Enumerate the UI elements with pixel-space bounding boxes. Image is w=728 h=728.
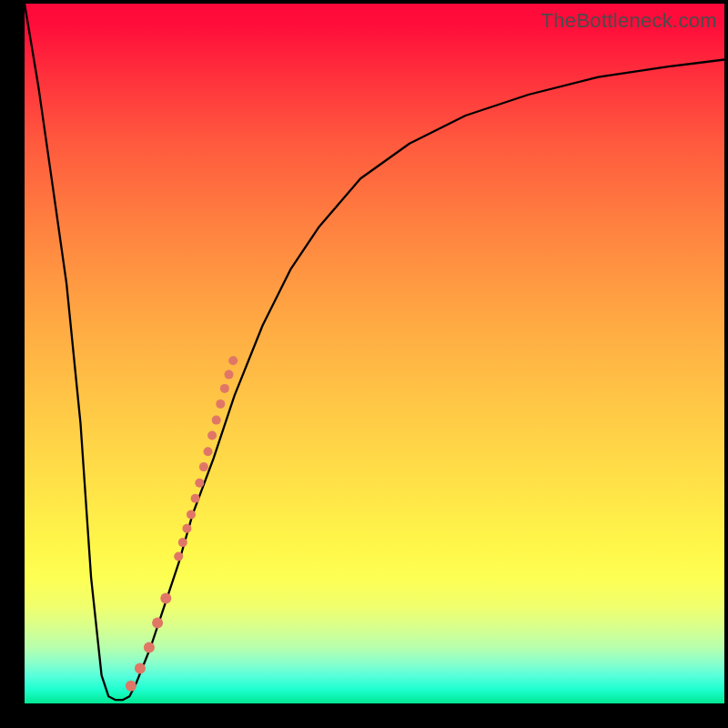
svg-point-1 [178, 538, 187, 547]
data-markers [126, 356, 238, 692]
svg-point-0 [174, 552, 183, 561]
svg-point-6 [199, 462, 208, 471]
svg-point-18 [126, 681, 136, 692]
svg-point-11 [220, 384, 229, 393]
svg-point-15 [152, 618, 163, 629]
chart-overlay [25, 4, 724, 703]
svg-point-3 [187, 510, 196, 519]
svg-point-12 [225, 370, 234, 379]
svg-point-9 [212, 416, 221, 425]
svg-point-13 [228, 356, 238, 365]
svg-point-10 [216, 399, 225, 409]
svg-point-7 [204, 447, 213, 456]
svg-point-17 [135, 663, 146, 674]
curve-line [25, 4, 724, 700]
svg-point-8 [207, 431, 217, 440]
svg-point-4 [191, 494, 200, 503]
svg-point-5 [195, 479, 204, 488]
svg-point-14 [160, 593, 171, 604]
svg-point-16 [144, 642, 155, 653]
plot-area: TheBottleneck.com [25, 4, 724, 703]
chart-frame: TheBottleneck.com [0, 0, 728, 728]
svg-point-2 [182, 524, 191, 533]
